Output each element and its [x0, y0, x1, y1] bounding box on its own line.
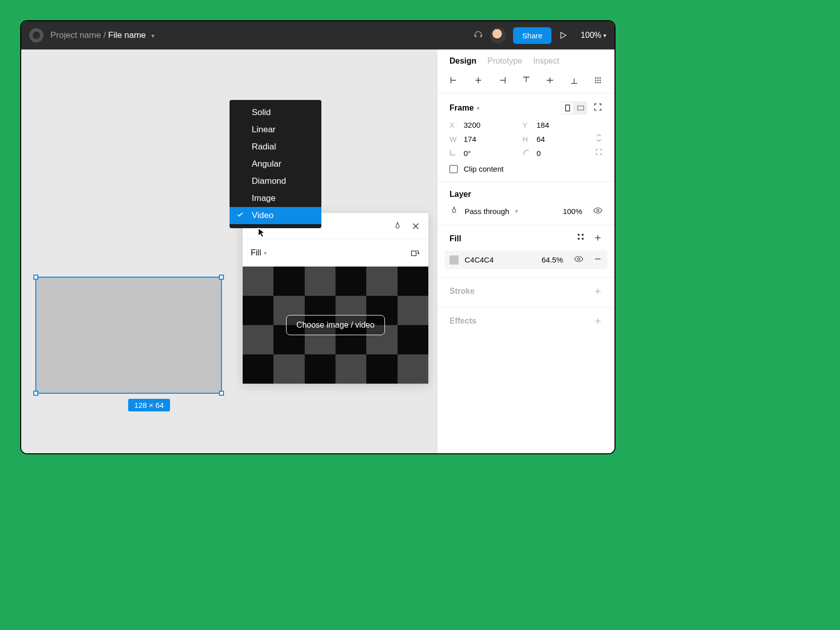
align-left-icon[interactable]: [450, 76, 459, 85]
svg-point-25: [599, 82, 601, 83]
svg-point-31: [578, 238, 580, 240]
choose-media-button[interactable]: Choose image / video: [286, 315, 385, 335]
distribute-icon[interactable]: [593, 76, 602, 85]
add-stroke-icon[interactable]: [593, 287, 602, 298]
zoom-value: 100%: [581, 31, 601, 40]
layer-section: Layer Pass through ▾ 100%: [437, 182, 614, 225]
remove-fill-icon[interactable]: [593, 254, 602, 265]
cursor-icon: [257, 227, 266, 240]
portrait-icon[interactable]: [562, 102, 573, 114]
svg-point-20: [595, 80, 596, 81]
eyedropper-icon[interactable]: [393, 222, 402, 231]
fill-row[interactable]: C4C4C4 64.5%: [444, 250, 607, 269]
app-logo[interactable]: [29, 28, 43, 42]
tab-inspect[interactable]: Inspect: [533, 57, 559, 66]
chevron-down-icon[interactable]: ▾: [515, 208, 518, 215]
svg-point-18: [597, 77, 599, 79]
layer-title: Layer: [450, 190, 602, 199]
fill-type-option-solid[interactable]: Solid: [230, 104, 321, 121]
w-field[interactable]: W174: [450, 135, 515, 143]
fill-section: Fill C4C4C4 64.5%: [437, 225, 614, 278]
frame-section: Frame ▾ X3200 Y184 W174 H64 0°: [437, 93, 614, 182]
svg-point-35: [578, 258, 580, 260]
rotation-field[interactable]: 0°: [450, 149, 515, 158]
fill-picker-panel: Fill ▾ Choose image / video: [243, 213, 428, 384]
resize-handle-tr[interactable]: [219, 275, 224, 280]
check-icon: [237, 211, 244, 221]
svg-point-0: [33, 32, 40, 39]
svg-point-24: [597, 82, 599, 83]
fill-type-option-image[interactable]: Image: [230, 190, 321, 207]
resize-fit-icon[interactable]: [593, 102, 602, 114]
fill-type-option-video[interactable]: Video: [230, 207, 321, 224]
effects-section: Effects: [437, 307, 614, 337]
fill-type-option-diamond[interactable]: Diamond: [230, 173, 321, 190]
blend-mode-icon[interactable]: [450, 206, 459, 217]
layer-opacity-value[interactable]: 100%: [563, 207, 582, 216]
svg-point-30: [582, 234, 584, 236]
svg-point-28: [597, 209, 599, 212]
resize-handle-tl[interactable]: [33, 275, 38, 280]
breadcrumb[interactable]: Project name / File name ▾: [50, 30, 154, 40]
close-icon[interactable]: [411, 222, 420, 231]
share-button[interactable]: Share: [513, 27, 551, 44]
headphones-icon[interactable]: [474, 31, 483, 40]
inspector-panel: Design Prototype Inspect Frame ▾: [437, 49, 614, 453]
svg-point-23: [595, 82, 596, 83]
frame-title[interactable]: Frame: [450, 103, 474, 113]
align-vcenter-icon[interactable]: [545, 76, 554, 85]
visibility-icon[interactable]: [574, 254, 583, 265]
fill-type-option-linear[interactable]: Linear: [230, 121, 321, 138]
zoom-control[interactable]: 100% ▾: [581, 31, 606, 40]
add-fill-icon[interactable]: [593, 233, 602, 244]
file-name: File name: [108, 30, 146, 40]
align-right-icon[interactable]: [497, 76, 507, 85]
play-icon[interactable]: [558, 31, 568, 40]
landscape-icon[interactable]: [575, 102, 586, 114]
tab-design[interactable]: Design: [450, 57, 476, 66]
clip-content-checkbox[interactable]: [450, 165, 458, 173]
rotate-icon[interactable]: [409, 247, 420, 258]
fill-type-option-radial[interactable]: Radial: [230, 138, 321, 155]
align-hcenter-icon[interactable]: [474, 76, 483, 85]
svg-rect-27: [578, 106, 584, 110]
effects-title: Effects: [450, 317, 476, 328]
svg-point-21: [597, 80, 599, 81]
resize-handle-br[interactable]: [219, 391, 224, 396]
style-icon[interactable]: [577, 233, 584, 244]
user-avatar[interactable]: [490, 27, 506, 43]
align-bottom-icon[interactable]: [570, 76, 579, 85]
svg-point-17: [595, 77, 596, 79]
inspector-tabs: Design Prototype Inspect: [437, 49, 614, 71]
orientation-toggle[interactable]: [561, 101, 587, 115]
chevron-down-icon[interactable]: ▾: [151, 32, 154, 39]
svg-point-32: [582, 238, 584, 240]
align-top-icon[interactable]: [522, 76, 531, 85]
corner-radius-expand-icon[interactable]: [595, 148, 602, 158]
y-field[interactable]: Y184: [523, 121, 588, 129]
fill-mode-label[interactable]: Fill: [251, 248, 261, 257]
add-effect-icon[interactable]: [593, 317, 602, 328]
svg-point-22: [599, 80, 601, 81]
fill-swatch[interactable]: [450, 255, 459, 265]
radius-field[interactable]: 0: [523, 149, 588, 158]
chevron-down-icon[interactable]: ▾: [264, 250, 267, 256]
fill-type-option-angular[interactable]: Angular: [230, 155, 321, 173]
app-window: Project name / File name ▾ Share 100% ▾ …: [20, 20, 615, 454]
resize-handle-bl[interactable]: [33, 391, 38, 396]
svg-rect-26: [566, 105, 570, 111]
x-field[interactable]: X3200: [450, 121, 515, 129]
selected-frame[interactable]: [35, 277, 222, 394]
tab-prototype[interactable]: Prototype: [487, 57, 522, 66]
fill-hex[interactable]: C4C4C4: [465, 255, 494, 264]
fill-opacity[interactable]: 64.5%: [541, 255, 563, 264]
chevron-down-icon[interactable]: ▾: [477, 105, 480, 112]
link-dimensions-icon[interactable]: [595, 133, 602, 144]
project-name: Project name: [50, 30, 101, 40]
alignment-row: [437, 71, 614, 93]
stroke-title: Stroke: [450, 287, 475, 298]
h-field[interactable]: H64: [523, 135, 588, 143]
blend-mode-value[interactable]: Pass through: [465, 207, 509, 216]
toolbar: Project name / File name ▾ Share 100% ▾: [21, 21, 614, 49]
visibility-icon[interactable]: [593, 206, 602, 217]
